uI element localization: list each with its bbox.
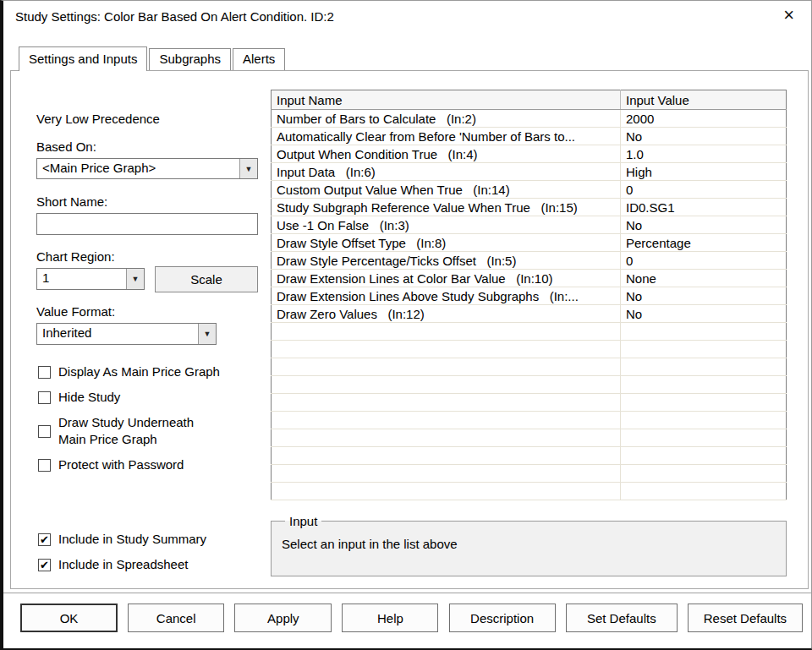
empty-cell [621, 412, 787, 429]
table-row[interactable]: Draw Extension Lines at Color Bar Value … [272, 270, 787, 287]
short-name-input[interactable] [36, 213, 258, 235]
column-header-input-name[interactable]: Input Name [272, 90, 621, 110]
empty-cell [621, 429, 787, 447]
table-empty-row [272, 483, 787, 500]
settings-panel: Very Low Precedence Based On: <Main Pric… [10, 70, 809, 589]
table-header-row: Input Name Input Value [272, 90, 787, 110]
checkbox-label: Include in Study Summary [58, 531, 206, 548]
input-value-cell: High [621, 163, 787, 181]
close-icon[interactable]: × [783, 3, 794, 27]
input-group-message: Select an input in the list above [282, 535, 776, 551]
checkbox-label: Hide Study [58, 389, 120, 406]
based-on-label: Based On: [36, 139, 96, 154]
scale-button[interactable]: Scale [155, 266, 258, 292]
short-name-label: Short Name: [36, 194, 107, 209]
apply-button[interactable]: Apply [234, 604, 332, 632]
checkbox-icon[interactable] [38, 459, 51, 472]
checkbox-hide-study[interactable]: Hide Study [38, 389, 258, 406]
help-button[interactable]: Help [342, 604, 438, 632]
set-defaults-button[interactable]: Set Defaults [566, 604, 678, 632]
empty-cell [621, 483, 787, 500]
based-on-dropdown[interactable]: <Main Price Graph> ▼ [36, 158, 258, 179]
checkbox-icon[interactable] [38, 366, 51, 379]
window-title: Study Settings: Color Bar Based On Alert… [15, 9, 334, 24]
chevron-down-icon[interactable]: ▼ [126, 269, 144, 289]
input-name-cell: Number of Bars to Calculate (In:2) [272, 110, 621, 128]
empty-cell [621, 376, 787, 394]
chart-region-dropdown[interactable]: 1 ▼ [36, 268, 145, 290]
cancel-button[interactable]: Cancel [128, 604, 224, 632]
checkbox-label: Draw Study Underneath Main Price Graph [58, 414, 194, 448]
table-empty-row [272, 376, 787, 394]
checkbox-draw-study-underneath-main-price-graph[interactable]: Draw Study Underneath Main Price Graph [38, 414, 258, 448]
input-value-cell: No [621, 287, 787, 305]
input-value-cell: No [621, 305, 787, 323]
tab-label: Settings and Inputs [29, 52, 137, 66]
empty-cell [621, 447, 787, 465]
input-name-cell: Draw Extension Lines Above Study Subgrap… [272, 287, 621, 305]
table-empty-row [272, 323, 787, 341]
checkbox-include-in-study-summary[interactable]: ✔Include in Study Summary [38, 531, 258, 548]
ok-button[interactable]: OK [20, 604, 118, 632]
summary-checkbox-group: ✔Include in Study Summary✔Include in Spr… [38, 531, 258, 582]
input-name-cell: Draw Extension Lines at Color Bar Value … [272, 270, 621, 287]
checkbox-protect-with-password[interactable]: Protect with Password [38, 456, 258, 473]
table-row[interactable]: Use -1 On False (In:3)No [272, 216, 787, 234]
table-row[interactable]: Draw Extension Lines Above Study Subgrap… [272, 287, 787, 305]
checkbox-include-in-spreadsheet[interactable]: ✔Include in Spreadsheet [38, 556, 258, 573]
table-row[interactable]: Custom Output Value When True (In:14)0 [272, 181, 787, 199]
input-name-cell: Automatically Clear from Before 'Number … [272, 128, 621, 145]
table-row[interactable]: Number of Bars to Calculate (In:2)2000 [272, 110, 787, 128]
chevron-down-icon[interactable]: ▼ [239, 159, 257, 178]
table-row[interactable]: Input Data (In:6)High [272, 163, 787, 181]
input-value-cell: No [621, 128, 787, 145]
input-name-cell: Draw Style Offset Type (In:8) [272, 234, 621, 252]
tab-settings-and-inputs[interactable]: Settings and Inputs [19, 46, 147, 71]
checkbox-display-as-main-price-graph[interactable]: Display As Main Price Graph [38, 363, 258, 380]
description-button[interactable]: Description [449, 604, 556, 632]
input-group: Input Select an input in the list above [271, 514, 787, 576]
table-empty-row [272, 429, 787, 447]
table-row[interactable]: Output When Condition True (In:4)1.0 [272, 145, 787, 163]
input-value-cell: 1.0 [621, 145, 787, 163]
value-format-dropdown[interactable]: Inherited ▼ [36, 323, 217, 345]
tab-bar: Settings and Inputs Subgraphs Alerts [19, 48, 287, 71]
table-empty-row [272, 412, 787, 429]
empty-cell [621, 358, 787, 376]
checkbox-checked-icon[interactable]: ✔ [38, 559, 51, 571]
input-name-cell: Input Data (In:6) [272, 163, 621, 181]
input-value-cell: None [621, 270, 787, 287]
reset-defaults-button[interactable]: Reset Defaults [688, 604, 803, 632]
options-checkbox-group: Display As Main Price GraphHide StudyDra… [38, 363, 258, 482]
chevron-down-icon[interactable]: ▼ [198, 324, 216, 344]
inputs-table: Input Name Input Value Number of Bars to… [271, 90, 787, 500]
checkbox-icon[interactable] [38, 425, 51, 438]
empty-cell [272, 394, 621, 412]
checkbox-label: Include in Spreadsheet [58, 556, 188, 573]
chart-region-label: Chart Region: [36, 249, 115, 264]
table-empty-row [272, 394, 787, 412]
input-value-cell: 2000 [621, 110, 787, 128]
checkbox-checked-icon[interactable]: ✔ [38, 533, 51, 546]
checkbox-label: Protect with Password [58, 456, 184, 473]
table-row[interactable]: Draw Style Percentage/Ticks Offset (In:5… [272, 252, 787, 270]
empty-cell [621, 323, 787, 341]
empty-cell [272, 323, 621, 341]
table-row[interactable]: Draw Zero Values (In:12)No [272, 305, 787, 323]
tab-label: Subgraphs [159, 52, 221, 66]
checkbox-icon[interactable] [38, 391, 51, 404]
table-empty-row [272, 358, 787, 376]
based-on-value: <Main Price Graph> [37, 159, 239, 178]
table-row[interactable]: Automatically Clear from Before 'Number … [272, 128, 787, 145]
input-value-cell: No [621, 216, 787, 234]
value-format-value: Inherited [37, 324, 198, 344]
table-row[interactable]: Draw Style Offset Type (In:8)Percentage [272, 234, 787, 252]
empty-cell [272, 412, 621, 429]
input-name-cell: Study Subgraph Reference Value When True… [272, 199, 621, 216]
tab-alerts[interactable]: Alerts [233, 48, 285, 70]
input-name-cell: Use -1 On False (In:3) [272, 216, 621, 234]
input-value-cell: Percentage [621, 234, 787, 252]
column-header-input-value[interactable]: Input Value [621, 90, 787, 110]
table-row[interactable]: Study Subgraph Reference Value When True… [272, 199, 787, 216]
tab-subgraphs[interactable]: Subgraphs [149, 48, 231, 70]
